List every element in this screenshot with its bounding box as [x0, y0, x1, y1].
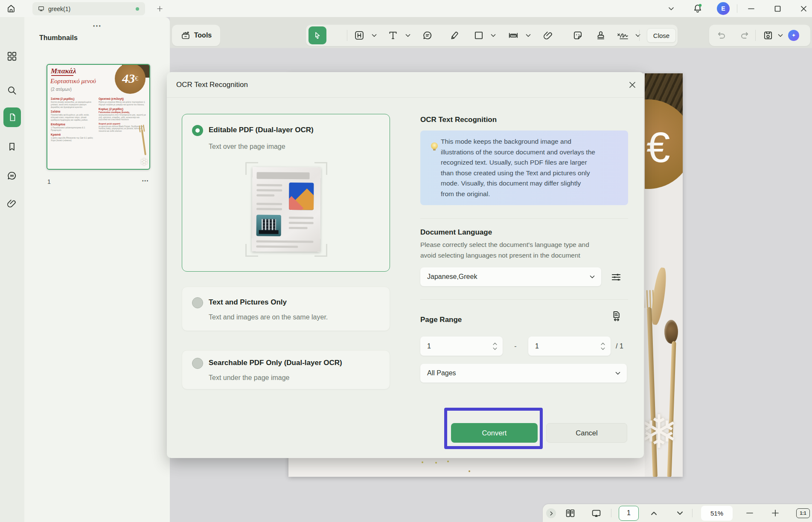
undo-icon[interactable]	[716, 30, 728, 41]
redo-icon[interactable]	[739, 30, 750, 41]
euro-symbol: €	[646, 123, 670, 172]
thumbnail-more[interactable]: ⋯	[142, 177, 148, 185]
home-icon[interactable]	[6, 3, 16, 14]
zoom-out-icon[interactable]	[746, 509, 754, 517]
select-tool-button[interactable]	[309, 26, 326, 44]
left-sidebar	[0, 17, 24, 522]
option-searchable-pdf[interactable]: Searchable PDF Only (Dual-layer OCR) Tex…	[182, 350, 390, 389]
dropdown-chevron-icon	[615, 371, 621, 375]
text-tool-icon[interactable]	[387, 30, 399, 41]
save-icon[interactable]	[763, 30, 774, 41]
ai-assistant-icon[interactable]: ✦	[788, 30, 799, 41]
shape-tool-icon[interactable]	[473, 30, 484, 41]
highlighter-tool-icon[interactable]	[449, 30, 460, 41]
option-text-pictures[interactable]: Text and Pictures Only Text and images a…	[182, 287, 390, 331]
notifications-bell-icon[interactable]	[692, 3, 703, 14]
status-bar: 1 51%	[543, 504, 812, 522]
right-heading: OCR Text Recognition	[420, 116, 497, 124]
thumbnails-panel: ⋯ Thumbnails 43€ Μπακάλ Εορταστικό μενού…	[24, 17, 170, 522]
bookmark-icon[interactable]	[6, 141, 17, 152]
all-pages-dropdown[interactable]: All Pages	[420, 364, 627, 383]
page-range-label: Page Range	[420, 316, 462, 324]
new-tab-icon[interactable]	[156, 5, 163, 12]
gold-spoon	[664, 320, 678, 344]
radio-unselected[interactable]	[192, 297, 203, 308]
language-settings-icon[interactable]	[611, 272, 622, 283]
tools-button[interactable]: Tools	[172, 25, 220, 46]
panel-title: Thumbnails	[39, 34, 78, 42]
measure-tool-chevron[interactable]	[525, 34, 531, 38]
zoom-in-icon[interactable]	[771, 509, 779, 517]
thumb-logo: Μπακάλ	[51, 67, 76, 75]
attach-tool-icon[interactable]	[543, 30, 554, 41]
close-window-button[interactable]	[800, 5, 807, 12]
monitor-icon	[38, 5, 45, 12]
unsaved-dot	[136, 7, 139, 11]
radio-unselected[interactable]	[192, 358, 203, 369]
dropdown-chevron-icon	[589, 275, 595, 279]
presentation-icon[interactable]	[591, 508, 602, 519]
sidebar-item-thumbnails[interactable]	[3, 107, 21, 127]
signature-tool-icon[interactable]	[617, 30, 631, 41]
book-view-icon[interactable]	[565, 508, 576, 519]
minimize-button[interactable]	[748, 5, 755, 12]
title-bar: greek(1) E	[0, 0, 812, 17]
actual-size-button[interactable]: 1:1	[796, 508, 810, 518]
from-stepper[interactable]	[492, 342, 498, 351]
text-tool-chevron[interactable]	[405, 34, 411, 38]
snowflake-ornament: ❄	[645, 405, 678, 458]
thumb-snowflake: ❄	[140, 156, 148, 168]
thumb-fork	[139, 125, 148, 155]
language-dropdown[interactable]: Japanese,Greek	[420, 267, 601, 286]
measure-tool-icon[interactable]	[508, 30, 519, 41]
shape-tool-chevron[interactable]	[490, 34, 496, 38]
tab-title: greek(1)	[48, 6, 70, 12]
ocr-illustration	[245, 162, 327, 257]
thumb-title: Εορταστικό μενού	[50, 78, 96, 85]
pdf-page-photo: € ❄	[645, 73, 683, 477]
heading-tool-icon[interactable]	[354, 30, 365, 41]
stamp-tool-icon[interactable]	[595, 30, 606, 41]
comment-tool-icon[interactable]	[422, 30, 433, 41]
page-thumbnail[interactable]: 43€ Μπακάλ Εορταστικό μενού (2 ατόμων) Σ…	[47, 64, 150, 170]
avatar[interactable]: E	[717, 2, 730, 15]
info-text: This mode keeps the background image and…	[441, 136, 622, 199]
dialog-title: OCR Text Recognition	[176, 72, 248, 97]
document-tab[interactable]: greek(1)	[32, 2, 145, 15]
panel-handle[interactable]: ⋯	[93, 20, 102, 31]
chevron-down-icon[interactable]	[668, 6, 675, 12]
attachment-icon[interactable]	[6, 198, 17, 209]
page-range-icon[interactable]	[611, 310, 623, 322]
select-tool-chevron[interactable]	[635, 34, 641, 38]
lightbulb-icon	[431, 142, 438, 149]
tools-icon	[180, 30, 191, 41]
sticker-tool-icon[interactable]	[572, 30, 583, 41]
page-to-input[interactable]: 1	[528, 336, 611, 356]
option-editable-pdf[interactable]: Editable PDF (Dual-layer OCR) Text over …	[182, 114, 390, 272]
edit-toolbar: Close	[306, 25, 678, 46]
maximize-button[interactable]	[774, 5, 781, 12]
zoom-level[interactable]: 51%	[701, 506, 733, 521]
close-tools-button[interactable]: Close	[647, 28, 676, 43]
dialog-close-icon[interactable]	[628, 80, 637, 90]
next-page-icon[interactable]	[676, 511, 684, 516]
page-from-input[interactable]: 1	[420, 336, 503, 356]
previous-page-icon[interactable]	[650, 511, 658, 516]
search-icon[interactable]	[6, 85, 17, 96]
grid-menu-icon[interactable]	[6, 51, 17, 62]
expand-statusbar-button[interactable]	[546, 508, 556, 518]
thumb-menu-left: Σούπα (2 μερίδες) Σούπα γλυκιάς κολοκύθα…	[51, 97, 95, 168]
heading-tool-chevron[interactable]	[371, 34, 377, 38]
page-number-input[interactable]: 1	[619, 506, 639, 521]
divider	[737, 4, 737, 13]
ocr-dialog: OCR Text Recognition Editable PDF (Dual-…	[167, 72, 644, 458]
to-stepper[interactable]	[600, 342, 605, 351]
page-icon	[7, 112, 17, 122]
range-dash: -	[503, 336, 528, 356]
comments-icon[interactable]	[6, 170, 17, 181]
annotation-highlight	[444, 408, 543, 449]
radio-selected[interactable]	[192, 125, 203, 136]
language-hint: Please correctly select the document's l…	[420, 239, 589, 261]
cancel-button[interactable]: Cancel	[546, 423, 627, 443]
save-chevron[interactable]	[777, 34, 783, 38]
